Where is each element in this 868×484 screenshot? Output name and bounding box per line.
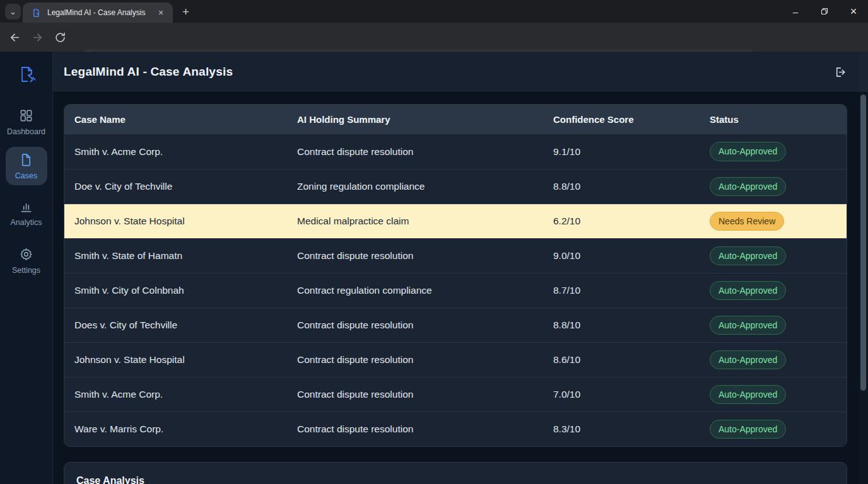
status-badge: Needs Review [710, 212, 784, 231]
app-header: LegalMind AI - Case Analysis [53, 52, 868, 92]
status-cell: Auto-Approved [710, 142, 847, 161]
chevron-down-icon: ⌄ [9, 7, 16, 16]
table-row[interactable]: Smith v. City of Colnbnah Contract regul… [64, 273, 847, 308]
status-badge: Auto-Approved [710, 177, 786, 196]
status-cell: Auto-Approved [710, 177, 847, 196]
main-content: LegalMind AI - Case Analysis Case Name A… [53, 52, 868, 484]
sidebar: Dashboard Cases Analytics Settings [0, 52, 53, 484]
summary-cell: Contract dispute resolution [297, 146, 553, 158]
status-badge: Auto-Approved [710, 350, 786, 369]
status-cell: Auto-Approved [710, 420, 847, 439]
close-icon: × [850, 5, 857, 18]
cases-icon [19, 153, 33, 167]
column-header-summary: AI Holding Summary [297, 114, 553, 125]
sidebar-label: Settings [12, 266, 40, 275]
status-cell: Auto-Approved [710, 281, 847, 300]
score-cell: 8.8/10 [553, 320, 710, 331]
status-badge: Auto-Approved [710, 385, 786, 404]
score-cell: 6.2/10 [553, 216, 710, 227]
summary-cell: Contract regulation compliance [297, 285, 553, 296]
sidebar-item-dashboard[interactable]: Dashboard [6, 103, 47, 141]
legalmind-logo-icon [16, 64, 37, 86]
sidebar-item-cases[interactable]: Cases [6, 147, 47, 185]
summary-cell: Medical malpractice claim [297, 216, 553, 227]
status-badge: Auto-Approved [710, 246, 786, 265]
case-name-cell: Smith v. Acme Corp. [74, 389, 297, 400]
refresh-icon [54, 32, 66, 43]
tab-favicon-icon [32, 8, 41, 18]
case-name-cell: Johnson v. State Hospital [74, 216, 297, 227]
score-cell: 7.0/10 [553, 389, 710, 400]
table-row[interactable]: Smith v. State of Hamatn Contract disput… [64, 238, 847, 273]
status-badge: Auto-Approved [710, 142, 786, 161]
logout-icon [833, 66, 847, 79]
summary-cell: Contract dispute resolution [297, 354, 553, 366]
plus-icon: + [182, 5, 189, 19]
table-row[interactable]: Smith v. Acme Corp. Contract dispute res… [64, 377, 847, 412]
forward-arrow-icon [32, 32, 44, 43]
app-window: Dashboard Cases Analytics Settings [0, 52, 868, 484]
back-button[interactable] [6, 28, 23, 46]
status-cell: Auto-Approved [710, 316, 847, 335]
cases-table: Case Name AI Holding Summary Confidence … [64, 104, 847, 447]
case-name-cell: Smith v. State of Hamatn [74, 250, 297, 262]
case-name-cell: Smith v. City of Colnbnah [74, 285, 297, 296]
case-analysis-panel: Case Analysis [64, 462, 847, 484]
analytics-icon [19, 199, 33, 214]
browser-tab[interactable]: LegalMind AI - Case Analysis × [23, 3, 173, 23]
summary-cell: Zoning regulation compliance [297, 181, 553, 192]
sidebar-item-settings[interactable]: Settings [6, 241, 47, 280]
score-cell: 8.8/10 [553, 181, 710, 192]
column-header-status: Status [710, 114, 847, 125]
forward-button[interactable] [28, 28, 46, 46]
case-name-cell: Johnson v. State Hospital [74, 354, 297, 366]
column-header-score: Confidence Score [553, 114, 710, 125]
app-logo [14, 62, 39, 88]
sidebar-item-analytics[interactable]: Analytics [6, 193, 47, 232]
table-row[interactable]: Ware v. Marris Corp. Contract dispute re… [64, 412, 847, 446]
case-name-cell: Ware v. Marris Corp. [74, 424, 297, 435]
score-cell: 8.3/10 [553, 424, 710, 435]
sidebar-label: Analytics [10, 218, 42, 227]
table-row[interactable]: Smith v. Acme Corp. Contract dispute res… [64, 134, 847, 169]
summary-cell: Contract dispute resolution [297, 320, 553, 331]
browser-toolbar: legalmind.com/i/dashboard 2 ⋮ [0, 23, 868, 52]
status-cell: Auto-Approved [710, 246, 847, 265]
status-cell: Auto-Approved [710, 385, 847, 404]
restore-icon [821, 8, 828, 15]
sidebar-label: Dashboard [7, 127, 45, 136]
new-tab-button[interactable]: + [178, 4, 194, 20]
table-row[interactable]: Johnson v. State Hospital Contract dispu… [64, 342, 847, 377]
tab-search-button[interactable]: ⌄ [5, 4, 21, 20]
tab-close-icon[interactable]: × [155, 7, 167, 18]
score-cell: 8.7/10 [553, 285, 710, 296]
table-row[interactable]: Doe v. City of Techville Zoning regulati… [64, 169, 847, 204]
minimize-button[interactable]: – [781, 0, 810, 23]
column-header-case-name: Case Name [74, 114, 297, 125]
tab-title: LegalMind AI - Case Analysis [47, 8, 155, 17]
status-cell: Auto-Approved [710, 350, 847, 369]
logout-button[interactable] [830, 62, 849, 81]
table-header-row: Case Name AI Holding Summary Confidence … [64, 105, 847, 134]
gear-icon [19, 247, 33, 262]
status-cell: Needs Review [710, 212, 847, 231]
score-cell: 9.0/10 [553, 250, 710, 262]
browser-titlebar: ⌄ LegalMind AI - Case Analysis × + – [0, 0, 868, 23]
table-row[interactable]: Does v. City of Techville Contract dispu… [64, 308, 847, 342]
score-cell: 8.6/10 [553, 354, 710, 366]
score-cell: 9.1/10 [553, 146, 710, 158]
sidebar-label: Cases [15, 171, 37, 180]
refresh-button[interactable] [51, 28, 69, 46]
scrollbar-thumb[interactable] [860, 95, 866, 391]
dashboard-icon [19, 108, 33, 123]
window-controls: – × [781, 0, 868, 23]
table-row-highlighted[interactable]: Johnson v. State Hospital Medical malpra… [64, 204, 847, 238]
status-badge: Auto-Approved [710, 316, 786, 335]
summary-cell: Contract dispute resolution [297, 424, 553, 435]
page-title: LegalMind AI - Case Analysis [64, 52, 233, 92]
case-name-cell: Doe v. City of Techville [74, 181, 297, 192]
case-name-cell: Smith v. Acme Corp. [74, 146, 297, 158]
close-window-button[interactable]: × [839, 0, 868, 23]
back-arrow-icon [9, 32, 21, 43]
restore-button[interactable] [810, 0, 839, 23]
